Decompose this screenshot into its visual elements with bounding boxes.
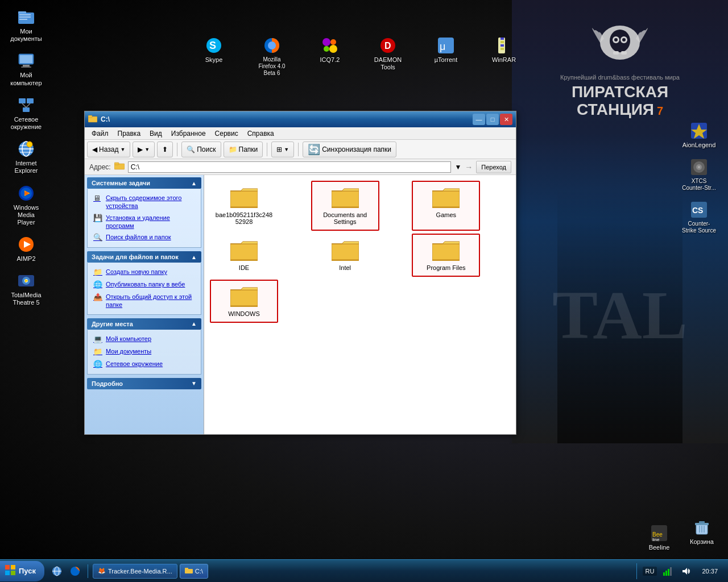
sidebar-link-my-docs[interactable]: 📁 Мои документы bbox=[92, 346, 196, 358]
desktop-icon-aionlegend[interactable]: AionLegend bbox=[679, 119, 719, 151]
sidebar-link-hide-content[interactable]: 🖥 Скрыть содержимое этого устройства bbox=[92, 192, 196, 212]
sidebar-header-system-tasks[interactable]: Системные задачи ▲ bbox=[87, 177, 201, 189]
back-dropdown-icon: ▼ bbox=[120, 147, 125, 152]
sidebar-link-search-files[interactable]: 🔍 Поиск файлов и папок bbox=[92, 231, 196, 244]
svg-rect-15 bbox=[23, 65, 30, 66]
svg-rect-53 bbox=[500, 44, 504, 47]
folder-games[interactable]: Games bbox=[412, 181, 480, 231]
desktop-icon-wmp[interactable]: Windows Media Player bbox=[6, 182, 47, 229]
menu-help[interactable]: Справка bbox=[243, 128, 279, 139]
address-label-text: Адрес: bbox=[89, 163, 111, 171]
address-dropdown-icon[interactable]: ▼ bbox=[454, 163, 461, 171]
desktop-icon-totalmedia[interactable]: TotalMedia Theatre 5 bbox=[6, 269, 47, 309]
desktop-icon-xtcs[interactable]: XTCS Counter-Str... bbox=[679, 156, 719, 194]
taskbar-ie-icon[interactable] bbox=[49, 563, 65, 579]
poster-title-line2: СТАНЦИЯ 7 bbox=[577, 101, 663, 119]
sync-button[interactable]: 🔄 Синхронизация папки bbox=[303, 142, 396, 157]
menu-favorites[interactable]: Избранное bbox=[167, 128, 210, 139]
desktop-icon-cs-source[interactable]: CS Counter-Strike Source bbox=[679, 198, 719, 236]
go-button[interactable]: Переход bbox=[476, 161, 511, 173]
sidebar-link-add-remove[interactable]: 💾 Установка и удаление программ bbox=[92, 212, 196, 232]
svg-rect-12 bbox=[19, 19, 27, 20]
views-button[interactable]: ⊞ ▼ bbox=[271, 142, 294, 157]
my-computer-icon bbox=[17, 52, 35, 70]
sidebar-section-file-tasks: Задачи для файлов и папок ▲ 📁 Создать но… bbox=[87, 251, 201, 315]
sidebar-link-network[interactable]: 🌐 Сетевое окружение bbox=[92, 358, 196, 371]
folder-games-name: Games bbox=[436, 211, 456, 218]
folder-intel[interactable]: Intel bbox=[311, 234, 379, 277]
wmp-icon bbox=[17, 184, 35, 202]
recycle-bin-icon bbox=[693, 518, 711, 537]
taskbar-clock[interactable]: 20:37 bbox=[696, 568, 723, 575]
sidebar-body-system-tasks: 🖥 Скрыть содержимое этого устройства 💾 У… bbox=[87, 189, 201, 248]
minimize-button[interactable]: — bbox=[473, 114, 485, 125]
desktop-icon-winrar[interactable]: WinRAR bbox=[483, 34, 524, 79]
desktop-icon-skype[interactable]: S Skype bbox=[193, 34, 234, 79]
svg-text:S: S bbox=[209, 40, 216, 51]
forward-button[interactable]: ▶ ▼ bbox=[133, 142, 155, 157]
sidebar-header-file-tasks[interactable]: Задачи для файлов и папок ▲ bbox=[87, 251, 201, 263]
desktop-icon-my-computer[interactable]: Мой компьютер bbox=[6, 49, 47, 89]
up-button[interactable]: ⬆ bbox=[157, 142, 173, 157]
tray-volume-icon[interactable] bbox=[678, 563, 694, 579]
close-button[interactable]: ✕ bbox=[500, 114, 512, 125]
start-button[interactable]: Пуск bbox=[0, 561, 44, 581]
taskbar-task-tracker[interactable]: 🦊 Tracker.Bee-Media.R... bbox=[93, 564, 177, 579]
sync-icon: 🔄 bbox=[308, 143, 320, 156]
forward-dropdown-icon: ▼ bbox=[144, 147, 150, 152]
skype-icon: S bbox=[205, 36, 223, 55]
poster-number: 7 bbox=[657, 105, 663, 117]
svg-rect-17 bbox=[19, 98, 26, 103]
svg-rect-54 bbox=[500, 48, 504, 50]
sidebar-section-system-tasks: Системные задачи ▲ 🖥 Скрыть содержимое э… bbox=[87, 177, 201, 248]
folder-ide[interactable]: IDE bbox=[210, 234, 278, 277]
desktop-icon-network[interactable]: Сетевое окружение bbox=[6, 94, 47, 133]
menu-file[interactable]: Файл bbox=[87, 128, 113, 139]
svg-rect-73 bbox=[88, 115, 92, 118]
hide-content-icon: 🖥 bbox=[93, 194, 102, 203]
svg-rect-18 bbox=[27, 98, 34, 103]
taskbar-firefox-icon[interactable] bbox=[67, 563, 83, 579]
poster-small-text: Крупнейший drum&bass фестиваль мира bbox=[560, 74, 680, 81]
desktop-icon-aimp2[interactable]: AIMP2 bbox=[6, 233, 47, 265]
folder-bae[interactable]: bae1b095211f3c24852928 bbox=[210, 181, 278, 231]
maximize-button[interactable]: □ bbox=[486, 114, 499, 125]
desktop-icon-utorrent[interactable]: μ µTorrent bbox=[425, 34, 466, 79]
sidebar-link-share-folder[interactable]: 📤 Открыть общий доступ к этой папке bbox=[92, 291, 196, 311]
address-input[interactable] bbox=[128, 161, 452, 173]
taskbar-task-explorer[interactable]: C:\ bbox=[180, 564, 208, 579]
network-link-icon: 🌐 bbox=[93, 360, 102, 369]
desktop-icon-daemon[interactable]: D DAEMON Tools bbox=[367, 34, 408, 79]
xtcs-label: XTCS Counter-Str... bbox=[681, 178, 717, 192]
sidebar-header-other-places[interactable]: Другие места ▲ bbox=[87, 318, 201, 330]
sidebar-header-details[interactable]: Подробно ▼ bbox=[87, 378, 201, 389]
titlebar-folder-icon bbox=[88, 115, 97, 124]
sidebar-link-new-folder[interactable]: 📁 Создать новую папку bbox=[92, 266, 196, 278]
desktop-icon-recycle-bin[interactable]: Корзина bbox=[681, 516, 722, 548]
folders-button[interactable]: 📁 Папки bbox=[224, 142, 263, 157]
menu-view[interactable]: Вид bbox=[145, 128, 167, 139]
svg-text:D: D bbox=[384, 41, 391, 51]
svg-rect-85 bbox=[185, 568, 188, 570]
desktop-icon-beeline[interactable]: Beeline Beeline bbox=[639, 522, 680, 554]
sidebar-link-publish-web[interactable]: 🌐 Опубликовать папку в вебе bbox=[92, 278, 196, 291]
tray-network-icon[interactable] bbox=[660, 563, 676, 579]
menu-tools[interactable]: Сервис bbox=[210, 128, 243, 139]
svg-rect-19 bbox=[23, 107, 30, 112]
back-button[interactable]: ◀ Назад ▼ bbox=[87, 142, 130, 157]
folder-windows[interactable]: WINDOWS bbox=[210, 280, 278, 323]
folder-documents-settings[interactable]: Documents and Settings bbox=[311, 181, 379, 231]
desktop-icon-icq[interactable]: ICQ7.2 bbox=[309, 34, 350, 79]
desktop-icon-my-docs[interactable]: Мои документы bbox=[6, 6, 47, 45]
menu-edit[interactable]: Правка bbox=[113, 128, 146, 139]
system-tray: RU 20:37 bbox=[636, 563, 728, 579]
search-button[interactable]: 🔍 Поиск bbox=[181, 142, 221, 157]
toolbar-separator-3 bbox=[298, 143, 299, 156]
desktop-icon-ie[interactable]: Internet Explorer bbox=[6, 138, 47, 177]
poster-logo-svg bbox=[586, 11, 654, 68]
svg-rect-78 bbox=[5, 571, 10, 575]
folder-program-files[interactable]: Program Files bbox=[412, 234, 480, 277]
tray-lang-icon[interactable]: RU bbox=[642, 563, 657, 579]
sidebar-link-my-computer[interactable]: 💻 Мой компьютер bbox=[92, 333, 196, 346]
desktop-icon-firefox[interactable]: Mozilla Firefox 4.0 Beta 6 bbox=[251, 34, 292, 79]
